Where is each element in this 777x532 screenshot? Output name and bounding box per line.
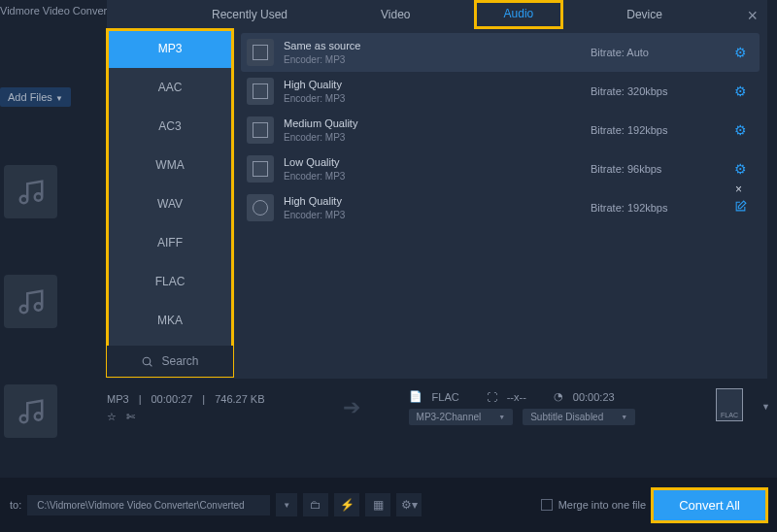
output-path[interactable]: C:\Vidmore\Vidmore Video Converter\Conve… <box>27 495 270 515</box>
preset-medium-quality[interactable]: Medium Quality Encoder: MP3 Bitrate: 192… <box>241 111 760 150</box>
preset-title: High Quality <box>284 194 591 208</box>
preset-bitrate: Bitrate: 192kbps <box>591 124 726 136</box>
convert-all-button[interactable]: Convert All <box>652 488 767 522</box>
file-thumb-1[interactable] <box>4 165 57 218</box>
open-folder-icon[interactable]: 🗀 <box>303 493 328 516</box>
edit-icon[interactable] <box>726 200 754 216</box>
preset-icon <box>247 116 274 144</box>
source-info: MP3 | 00:00:27 | 746.27 KB ☆ ✄ <box>107 393 265 423</box>
preset-text: High Quality Encoder: MP3 <box>284 194 591 220</box>
conversion-info-bar: MP3 | 00:00:27 | 746.27 KB ☆ ✄ ➔ 📄 FLAC … <box>107 383 753 432</box>
app-title: Vidmore Video Converter <box>0 5 119 17</box>
preset-list: Same as source Encoder: MP3 Bitrate: Aut… <box>233 29 767 377</box>
preset-text: Same as source Encoder: MP3 <box>284 39 591 65</box>
preset-same-as-source[interactable]: Same as source Encoder: MP3 Bitrate: Aut… <box>241 33 760 72</box>
music-note-icon <box>17 397 46 426</box>
format-item-flac[interactable]: FLAC <box>107 262 233 301</box>
footer-bar: to: C:\Vidmore\Vidmore Video Converter\C… <box>0 478 777 532</box>
target-profile-badge[interactable]: FLAC <box>716 388 743 421</box>
target-duration: 00:00:23 <box>573 391 615 403</box>
gear-icon[interactable]: ⚙ <box>726 122 754 138</box>
merge-label: Merge into one file <box>558 499 647 511</box>
preset-bitrate: Bitrate: 320kbps <box>591 85 726 97</box>
speed-icon[interactable]: ⚡ <box>334 493 359 516</box>
subtitle-select[interactable]: Subtitle Disabled <box>523 409 635 425</box>
preset-encoder: Encoder: MP3 <box>284 92 591 105</box>
preset-title: Medium Quality <box>284 116 591 130</box>
output-path-dropdown[interactable]: ▼ <box>276 493 297 516</box>
preset-encoder: Encoder: MP3 <box>284 131 591 144</box>
preset-encoder: Encoder: MP3 <box>284 170 591 183</box>
preset-bitrate: Bitrate: 96kbps <box>591 163 726 175</box>
format-item-wma[interactable]: WMA <box>107 146 233 184</box>
target-format: FLAC <box>432 391 459 403</box>
preset-title: Same as source <box>284 39 591 52</box>
preset-title: Low Quality <box>284 155 591 169</box>
preset-high-quality[interactable]: High Quality Encoder: MP3 Bitrate: 320kb… <box>241 72 760 111</box>
gpu-icon[interactable]: ▦ <box>365 493 390 516</box>
format-item-aac[interactable]: AAC <box>107 68 233 107</box>
format-item-mp3[interactable]: MP3 <box>107 29 233 68</box>
star-icon[interactable]: ☆ <box>107 411 117 423</box>
preset-encoder: Encoder: MP3 <box>284 209 591 221</box>
source-duration: 00:00:27 <box>151 393 192 405</box>
arrow-icon: ➔ <box>343 395 360 420</box>
clock-icon: ◔ <box>554 390 563 403</box>
file-thumb-2[interactable] <box>4 275 57 328</box>
merge-checkbox[interactable]: Merge into one file <box>541 499 647 511</box>
format-search[interactable]: Search <box>107 346 233 377</box>
preset-bitrate: Bitrate: Auto <box>591 47 726 58</box>
gear-icon[interactable]: ⚙ <box>726 83 754 99</box>
output-to-label: to: <box>10 499 21 511</box>
profile-dropdown-caret[interactable]: ▼ <box>761 402 770 412</box>
settings-dropdown-icon[interactable]: ⚙▾ <box>396 493 422 516</box>
tab-video[interactable]: Video <box>352 2 439 27</box>
preset-text: Low Quality Encoder: MP3 <box>284 155 591 182</box>
close-icon[interactable]: × <box>747 6 758 26</box>
preset-custom-high[interactable]: High Quality Encoder: MP3 Bitrate: 192kb… <box>241 188 760 227</box>
target-dims: --x-- <box>507 391 526 403</box>
preset-text: Medium Quality Encoder: MP3 <box>284 116 591 143</box>
close-icon[interactable]: × <box>735 183 742 196</box>
target-format-icon: 📄 <box>409 390 422 403</box>
format-panel: Recently Used Video Audio Device × MP3 A… <box>107 0 767 379</box>
music-note-icon <box>17 178 46 207</box>
cut-icon[interactable]: ✄ <box>126 411 135 423</box>
file-thumb-3[interactable] <box>4 384 57 438</box>
add-files-label: Add Files <box>8 91 52 103</box>
preset-text: High Quality Encoder: MP3 <box>284 78 591 104</box>
preset-icon <box>247 194 274 221</box>
source-size: 746.27 KB <box>215 393 264 405</box>
audio-track-select[interactable]: MP3-2Channel <box>409 409 514 425</box>
preset-low-quality[interactable]: Low Quality Encoder: MP3 Bitrate: 96kbps… <box>241 150 760 188</box>
checkbox-icon <box>541 499 553 511</box>
preset-bitrate: Bitrate: 192kbps <box>591 202 726 214</box>
search-placeholder: Search <box>161 354 198 368</box>
add-files-button[interactable]: Add Files ▼ <box>0 87 71 107</box>
gear-icon[interactable]: ⚙ <box>726 161 754 177</box>
format-item-ac3[interactable]: AC3 <box>107 107 233 146</box>
target-info: 📄 FLAC ⛶ --x-- ◔ 00:00:23 MP3-2Channel S… <box>409 390 753 425</box>
preset-icon <box>247 39 274 66</box>
preset-icon <box>247 155 274 183</box>
svg-point-0 <box>144 357 152 365</box>
gear-icon[interactable]: ⚙ <box>726 45 754 60</box>
format-item-aiff[interactable]: AIFF <box>107 223 233 262</box>
preset-encoder: Encoder: MP3 <box>284 53 591 66</box>
format-sidebar: MP3 AAC AC3 WMA WAV AIFF FLAC MKA Search <box>107 29 233 377</box>
format-item-wav[interactable]: WAV <box>107 184 233 223</box>
format-item-mka[interactable]: MKA <box>107 301 233 340</box>
music-note-icon <box>17 287 46 316</box>
tab-audio[interactable]: Audio <box>475 1 563 28</box>
expand-icon: ⛶ <box>487 391 497 403</box>
tab-device[interactable]: Device <box>597 2 692 27</box>
preset-icon <box>247 78 274 105</box>
source-format: MP3 <box>107 393 129 405</box>
search-icon <box>141 355 153 368</box>
tab-recently-used[interactable]: Recently Used <box>183 2 317 27</box>
preset-title: High Quality <box>284 78 591 91</box>
top-tabs: Recently Used Video Audio Device <box>107 0 767 29</box>
